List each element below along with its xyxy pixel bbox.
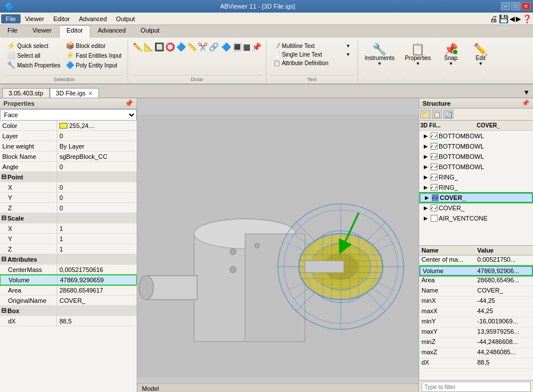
draw-icon-8[interactable]: 🔗 — [209, 42, 218, 74]
box-expand-icon[interactable]: ⊟ — [1, 307, 6, 314]
face-type-select[interactable]: Face — [0, 109, 137, 121]
attr-row-2[interactable]: Name COVER_ — [419, 286, 533, 297]
attr-row-3[interactable]: minX -44,25 — [419, 297, 533, 307]
tree-item-3[interactable]: ▶ ✓ BOTTOMBOWL — [419, 162, 533, 172]
prop-angle-value[interactable]: 0 — [57, 162, 137, 171]
prop-point-label[interactable]: ⊟Point — [0, 172, 57, 182]
properties-button[interactable]: 📋 Properties ▼ — [400, 41, 436, 82]
match-properties-button[interactable]: 🔧 Match Properties — [5, 61, 63, 70]
prop-layer-value[interactable]: 0 — [57, 131, 137, 141]
attr-row-1[interactable]: Area 28680,65496... — [419, 276, 533, 286]
tree-item-4[interactable]: ▶ ✓ RING_ — [419, 172, 533, 182]
draw-icon-6[interactable]: 📏 — [187, 42, 197, 74]
tree-item-cover[interactable]: ▶ ✓ COVER_ — [419, 193, 533, 203]
draw-icon-4[interactable]: ⭕ — [165, 42, 175, 74]
attr-row-volume[interactable]: Volume 47869,92906... — [419, 266, 533, 276]
singleline-text-button[interactable]: 📄 Single Line Text ▼ — [271, 51, 353, 58]
fast-entities-button[interactable]: ⚡ Fast Entities Input — [63, 51, 124, 60]
select-all-button[interactable]: ⬜ Select all — [5, 51, 63, 60]
attr-row-4[interactable]: maxX 44,25 — [419, 307, 533, 317]
attr-row-5[interactable]: minY -16,0019069... — [419, 317, 533, 327]
point-expand-icon[interactable]: ⊟ — [1, 173, 6, 181]
toolbar-back[interactable]: ◀ — [510, 15, 515, 23]
prop-blockname-value[interactable]: sgBrepBlock_CC — [57, 151, 137, 161]
maximize-button[interactable]: □ — [511, 2, 520, 10]
tree-item-6[interactable]: ▶ ✓ COVER_ — [419, 203, 533, 213]
menu-advanced[interactable]: Advanced — [74, 14, 112, 23]
prop-x1-value[interactable]: 0 — [57, 182, 137, 192]
toolbar-fwd[interactable]: ▶ — [516, 15, 521, 23]
minimize-button[interactable]: ─ — [501, 2, 510, 10]
checkbox-3[interactable]: ✓ — [431, 163, 437, 170]
tree-item-7[interactable]: ▶ AIR_VENTCONE — [419, 213, 533, 223]
tab-scroll-button[interactable]: ▾ — [522, 86, 531, 98]
filter-input[interactable] — [421, 382, 531, 392]
snap-button[interactable]: 📌 Snap ▼ — [436, 41, 465, 82]
draw-icon-5[interactable]: 🔷 — [176, 42, 186, 74]
prop-box-label[interactable]: ⊟Box — [0, 306, 57, 315]
attr-row-9[interactable]: dX 88,5 — [419, 358, 533, 369]
window-controls[interactable]: ─ □ ✕ — [501, 2, 531, 10]
tab-stp[interactable]: 3.05.403.stp — [2, 88, 50, 98]
prop-color-value[interactable]: 255,24... — [57, 121, 137, 130]
checkbox-1[interactable]: ✓ — [431, 143, 437, 150]
checkbox-4[interactable]: ✓ — [431, 174, 437, 181]
ribbon-tab-editor[interactable]: Editor — [59, 25, 90, 38]
prop-y1-value[interactable]: 0 — [57, 193, 137, 202]
scale-expand-icon[interactable]: ⊟ — [1, 214, 6, 222]
edit-button[interactable]: ✏️ Edit ▼ — [466, 41, 495, 82]
prop-scale-label[interactable]: ⊟Scale — [0, 213, 57, 223]
prop-volume-value[interactable]: 47869,9290659 — [58, 275, 136, 285]
prop-dx-value[interactable]: 88,5 — [57, 316, 137, 326]
draw-icon-9[interactable]: 🔷 — [221, 42, 231, 74]
draw-icon-7[interactable]: ✂️ — [198, 42, 208, 74]
poly-entity-button[interactable]: 🔷 Poly Entity Input — [63, 61, 124, 70]
draw-icon-10[interactable]: 🔳 — [232, 42, 242, 74]
attr-row-7[interactable]: minZ -44,2486608... — [419, 338, 533, 348]
draw-icon-2[interactable]: 📐 — [144, 42, 153, 74]
checkbox-2[interactable]: ✓ — [431, 153, 437, 160]
pin-icon[interactable]: 📌 — [125, 99, 133, 107]
tab-igs[interactable]: 3D File.igs ✕ — [50, 88, 99, 98]
instruments-button[interactable]: 🔧 Instruments ▼ — [360, 41, 399, 82]
draw-icon-12[interactable]: 📌 — [252, 42, 261, 74]
menu-editor[interactable]: Editor — [49, 14, 74, 23]
attr-row-0[interactable]: Center of ma... 0.00521750... — [419, 255, 533, 266]
multiline-text-button[interactable]: 📝 Multiline Text ▼ — [271, 42, 353, 50]
draw-icon-3[interactable]: 🔲 — [154, 42, 164, 74]
menu-file[interactable]: File — [1, 14, 21, 23]
checkbox-cover[interactable]: ✓ — [432, 194, 439, 201]
prop-centermass-value[interactable]: 0,00521750616 — [57, 265, 137, 274]
3d-viewport[interactable]: Model — [137, 98, 419, 392]
ribbon-tab-output[interactable]: Output — [133, 25, 167, 38]
block-editor-button[interactable]: 📦 Block editor — [63, 41, 124, 50]
menu-viewer[interactable]: Viewer — [21, 14, 49, 23]
checkbox-0[interactable]: ✓ — [431, 133, 437, 139]
ribbon-tab-viewer[interactable]: Viewer — [25, 25, 59, 38]
struct-btn-3[interactable]: 🔄 — [443, 110, 454, 119]
toolbar-help[interactable]: ❓ — [522, 14, 532, 23]
tree-item-1[interactable]: ▶ ✓ BOTTOMBOWL — [419, 141, 533, 151]
tree-item-5[interactable]: ▶ ✓ RING_ — [419, 182, 533, 193]
tree-item-2[interactable]: ▶ ✓ BOTTOMBOWL — [419, 151, 533, 162]
prop-z2-value[interactable]: 1 — [57, 244, 137, 254]
struct-btn-1[interactable]: 📁 — [420, 110, 431, 119]
checkbox-6[interactable]: ✓ — [431, 205, 437, 211]
checkbox-7[interactable] — [431, 215, 437, 222]
struct-btn-2[interactable]: 📋 — [432, 110, 442, 119]
prop-attr-label[interactable]: ⊟Attributes — [0, 254, 57, 264]
draw-icon-1[interactable]: ✏️ — [133, 42, 142, 74]
prop-area-value[interactable]: 28680,6549617 — [57, 285, 137, 295]
prop-x2-value[interactable]: 1 — [57, 223, 137, 233]
prop-lineweight-value[interactable]: By Layer — [57, 141, 137, 151]
prop-z1-value[interactable]: 0 — [57, 203, 137, 213]
prop-origname-value[interactable]: COVER_ — [57, 295, 137, 305]
checkbox-5[interactable]: ✓ — [431, 184, 437, 191]
ribbon-tab-advanced[interactable]: Advanced — [90, 25, 133, 38]
draw-icon-11[interactable]: ▦ — [243, 42, 250, 74]
ribbon-tab-file[interactable]: File — [0, 25, 25, 38]
close-button[interactable]: ✕ — [522, 2, 531, 10]
menu-output[interactable]: Output — [112, 14, 140, 23]
prop-y2-value[interactable]: 1 — [57, 234, 137, 243]
struct-pin-icon[interactable]: 📌 — [522, 99, 530, 107]
